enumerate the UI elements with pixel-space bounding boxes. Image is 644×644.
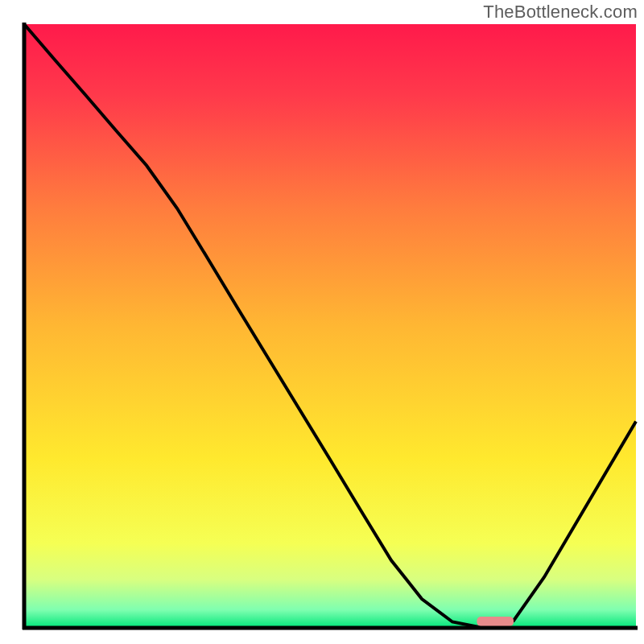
optimal-marker — [477, 617, 514, 626]
plot-background — [24, 24, 636, 628]
chart-container: { "watermark": "TheBottleneck.com", "cha… — [0, 0, 644, 644]
bottleneck-curve-chart — [0, 0, 644, 644]
watermark-text: TheBottleneck.com — [483, 2, 638, 23]
